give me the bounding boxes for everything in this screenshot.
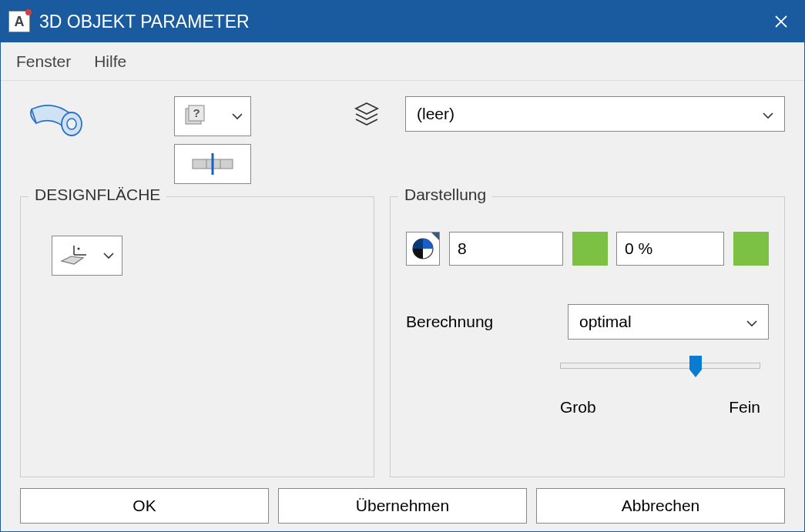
- tool-buttons: ?: [174, 96, 251, 184]
- svg-point-3: [67, 119, 76, 129]
- quality-slider-wrap: Grob Fein: [560, 363, 769, 417]
- fill-percent-value: 0 %: [625, 239, 652, 258]
- align-button[interactable]: [174, 144, 251, 184]
- panels-row: DESIGNFLÄCHE Darstellung: [20, 196, 785, 477]
- cancel-button[interactable]: Abbrechen: [536, 488, 785, 524]
- titlebar: A 3D OBJEKT PARAMETER: [1, 1, 804, 42]
- ok-button[interactable]: OK: [20, 488, 269, 524]
- apply-button[interactable]: Übernehmen: [278, 488, 527, 524]
- panel-design-title: DESIGNFLÄCHE: [29, 186, 166, 204]
- slider-label-fine: Fein: [729, 398, 760, 417]
- dialog-buttons: OK Übernehmen Abbrechen: [20, 477, 785, 524]
- layer-select[interactable]: (leer): [405, 96, 785, 132]
- svg-text:?: ?: [193, 106, 200, 119]
- calc-select-value: optimal: [579, 313, 632, 331]
- slider-label-coarse: Grob: [560, 398, 596, 417]
- top-row-left: ?: [20, 96, 251, 184]
- calc-select[interactable]: optimal: [568, 304, 769, 340]
- pen-number-value: 8: [458, 239, 467, 258]
- dialog-window: A 3D OBJEKT PARAMETER Fenster Hilfe: [0, 0, 805, 532]
- quality-slider[interactable]: [560, 363, 760, 369]
- close-icon: [775, 15, 787, 28]
- chevron-down-icon: [746, 313, 757, 331]
- menu-hilfe[interactable]: Hilfe: [94, 52, 126, 71]
- fill-color-swatch[interactable]: [733, 232, 769, 266]
- design-dropdown[interactable]: [52, 236, 122, 276]
- chevron-down-icon: [103, 249, 114, 263]
- question-box-icon: ?: [183, 104, 207, 129]
- close-button[interactable]: [766, 6, 797, 37]
- slider-thumb-icon[interactable]: [688, 356, 703, 377]
- panel-display: Darstellung 8: [390, 196, 785, 477]
- type-dropdown[interactable]: ?: [174, 96, 251, 136]
- calc-label: Berechnung: [406, 313, 545, 331]
- pen-number-input[interactable]: 8: [449, 232, 563, 266]
- chevron-down-icon: [763, 105, 773, 123]
- top-row: ?: [20, 96, 785, 196]
- alignment-icon: [191, 152, 234, 176]
- layers-icon: [351, 99, 382, 129]
- slider-labels: Grob Fein: [560, 398, 760, 417]
- layer-select-value: (leer): [417, 105, 454, 123]
- pen-color-swatch[interactable]: [572, 232, 608, 266]
- surface-origin-icon: [60, 244, 88, 267]
- chevron-down-icon: [232, 110, 243, 122]
- fill-percent-input[interactable]: 0 %: [616, 232, 724, 266]
- content-area: ?: [1, 81, 804, 531]
- app-icon: A: [8, 11, 30, 32]
- panel-design: DESIGNFLÄCHE: [20, 196, 374, 477]
- display-row-2: Berechnung optimal: [406, 304, 769, 340]
- pen-wheel-icon: [411, 236, 435, 261]
- window-title: 3D OBJEKT PARAMETER: [39, 12, 766, 32]
- menubar: Fenster Hilfe: [1, 42, 804, 81]
- top-row-right: (leer): [351, 96, 785, 132]
- pen-color-button[interactable]: [406, 232, 440, 266]
- bent-tube-icon: [20, 96, 97, 150]
- menu-fenster[interactable]: Fenster: [16, 52, 71, 71]
- display-row-1: 8 0 %: [406, 232, 769, 266]
- svg-point-13: [78, 248, 80, 250]
- panel-display-title: Darstellung: [398, 186, 492, 204]
